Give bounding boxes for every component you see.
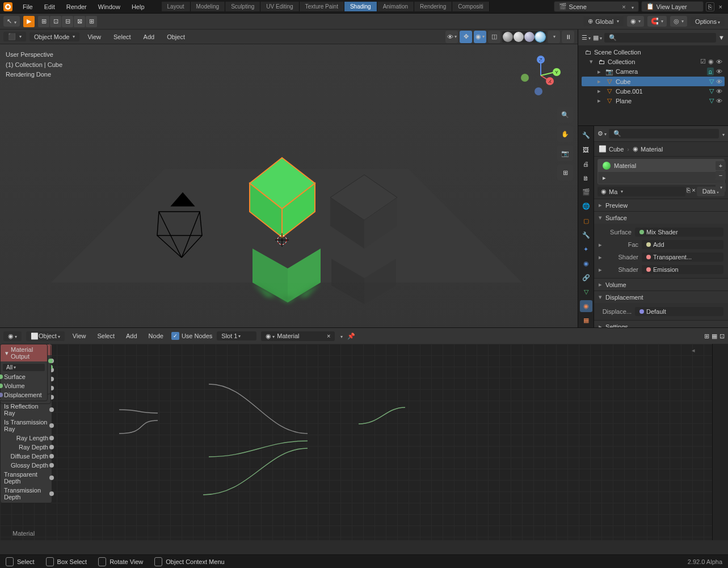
shader-dropdown[interactable]: Mix Shader xyxy=(635,228,723,237)
node-sidebar-collapsed[interactable] xyxy=(712,344,728,540)
menu-edit[interactable]: Edit xyxy=(39,3,61,10)
wireframe-shading-button[interactable] xyxy=(503,32,513,42)
vp-menu-select[interactable]: Select xyxy=(109,33,136,40)
tree-collection[interactable]: ▾ 🗀 Collection ☑◉👁 xyxy=(582,57,725,66)
mode-dropdown[interactable]: Object Mode xyxy=(30,32,79,41)
slot-dropdown[interactable]: Slot 1 xyxy=(217,331,256,340)
eye-icon[interactable]: 👁 xyxy=(716,68,722,75)
expand-icon[interactable]: ▸ xyxy=(597,97,603,104)
node-menu-add[interactable]: Add xyxy=(123,333,141,339)
scene-field[interactable]: 🎬Scene× xyxy=(554,1,639,12)
node-backdrop-button[interactable]: ⊡ xyxy=(719,333,725,340)
chevron-down-icon[interactable] xyxy=(630,3,634,10)
pause-render-button[interactable]: ⏸ xyxy=(562,31,574,43)
prop-tab-output[interactable]: 🖨 xyxy=(580,158,592,170)
viewlayer-field[interactable]: 📋View Layer xyxy=(641,1,704,12)
material-unlink-button[interactable]: × xyxy=(692,187,695,196)
editor-type-dropdown[interactable]: ⬛ xyxy=(3,32,26,41)
tree-item-cube[interactable]: ▸ ▽ Cube ▽👁 xyxy=(582,77,725,86)
shader1-dropdown[interactable]: Transparent... xyxy=(642,253,723,262)
collapse-right-icon[interactable]: ◂ xyxy=(692,347,695,354)
prop-tab-material[interactable]: ◉ xyxy=(580,300,592,312)
xray-button[interactable]: ◫ xyxy=(488,31,500,43)
prop-tab-data[interactable]: ▽ xyxy=(580,286,592,298)
node-canvas[interactable]: ▸ ◂ ▾Light Path Is Camera Ray Is Shadow … xyxy=(0,344,712,540)
node-menu-select[interactable]: Select xyxy=(94,333,118,339)
options-dropdown[interactable]: Options xyxy=(691,17,725,26)
rendered-shading-button[interactable] xyxy=(535,32,545,42)
prop-tab-tool[interactable]: 🔧 xyxy=(580,129,592,141)
menu-file[interactable]: File xyxy=(17,3,39,10)
ws-tab-texturepaint[interactable]: Texture Paint xyxy=(300,2,344,11)
ws-tab-animation[interactable]: Animation xyxy=(377,2,414,11)
prop-tab-constraints[interactable]: 🔗 xyxy=(580,272,592,284)
socket-out[interactable]: Transmission Depth xyxy=(1,486,52,502)
material-users-button[interactable]: ⎘ xyxy=(687,187,691,196)
pan-button[interactable]: ✋ xyxy=(557,126,573,142)
output-target-dropdown[interactable]: All xyxy=(3,364,45,371)
menu-window[interactable]: Window xyxy=(92,3,126,10)
nav-gizmo[interactable]: Z X Y xyxy=(521,56,561,95)
eye-icon[interactable]: 👁 xyxy=(716,58,722,65)
breadcrumb-material[interactable]: ◉Material xyxy=(633,145,663,153)
ws-tab-layout[interactable]: Layout xyxy=(162,2,191,11)
socket-out[interactable]: Glossy Depth xyxy=(1,461,52,470)
snap-button[interactable]: ⊞ xyxy=(38,16,49,27)
slot-specials-button[interactable] xyxy=(716,183,726,192)
zoom-button[interactable]: 🔍 xyxy=(557,107,573,123)
expand-icon[interactable]: ▸ xyxy=(597,87,603,95)
material-new-dropdown[interactable] xyxy=(339,333,343,339)
socket-out[interactable]: Ray Length xyxy=(1,434,52,443)
pivot-dropdown[interactable]: ◉ xyxy=(627,16,644,27)
socket-out[interactable]: Ray Depth xyxy=(1,443,52,452)
prop-tab-modifiers[interactable]: 🔧 xyxy=(580,229,592,241)
expand-icon[interactable]: ▸ xyxy=(599,254,602,261)
outliner-filter-button[interactable]: ▼ xyxy=(718,34,725,41)
outliner-display-dropdown[interactable]: ☰ xyxy=(582,34,591,41)
prop-tab-scene[interactable]: 🎬 xyxy=(580,186,592,198)
prop-tab-object[interactable]: ▢ xyxy=(580,214,592,226)
vp-menu-object[interactable]: Object xyxy=(162,33,190,40)
expand-icon[interactable]: ▸ xyxy=(603,174,606,182)
prop-tab-viewlayer[interactable]: 🗎 xyxy=(580,172,592,184)
matprev-shading-button[interactable] xyxy=(524,32,535,42)
close-icon[interactable]: × xyxy=(327,333,330,339)
shading-options-button[interactable] xyxy=(548,31,560,43)
cursor-tool-button[interactable]: ↖ xyxy=(3,16,20,27)
prop-tab-texture[interactable]: ▦ xyxy=(580,314,592,326)
prop-tab-particles[interactable]: ✦ xyxy=(580,243,592,255)
menu-render[interactable]: Render xyxy=(61,3,92,10)
node-overlay-button[interactable]: ▦ xyxy=(712,333,717,340)
view-object-types-button[interactable]: 👁 xyxy=(445,31,458,43)
expand-icon[interactable]: ▸ xyxy=(599,266,602,274)
ws-tab-shading[interactable]: Shading xyxy=(344,2,377,11)
socket-in[interactable]: Displacement xyxy=(1,390,47,399)
prop-tab-render[interactable]: 🖼 xyxy=(580,144,592,155)
section-header-volume[interactable]: ▸Volume xyxy=(594,279,728,291)
new-viewlayer-icon[interactable]: ⎘ xyxy=(706,2,714,11)
socket-out[interactable]: Transparent Depth xyxy=(1,470,52,486)
pin-button[interactable]: 📌 xyxy=(347,333,355,340)
expand-icon[interactable]: ▸ xyxy=(599,241,602,249)
section-header-surface[interactable]: ▾Surface xyxy=(594,212,728,224)
perspective-button[interactable]: ⊞ xyxy=(557,165,573,180)
node-menu-node[interactable]: Node xyxy=(145,333,167,339)
expand-icon[interactable]: ▾ xyxy=(590,58,595,65)
viewport-canvas[interactable]: User Perspective (1) Collection | Cube R… xyxy=(0,44,578,327)
outliner-filter-dropdown[interactable]: ▦ xyxy=(593,34,602,41)
eye-icon[interactable]: 👁 xyxy=(716,78,722,85)
remove-slot-button[interactable]: − xyxy=(716,171,726,180)
ws-tab-uvediting[interactable]: UV Editing xyxy=(260,2,299,11)
tree-scene-collection[interactable]: 🗀 Scene Collection xyxy=(582,48,725,57)
expand-icon[interactable]: ▸ xyxy=(597,68,603,75)
vp-menu-add[interactable]: Add xyxy=(139,33,159,40)
use-nodes-checkbox[interactable]: ✓Use Nodes xyxy=(171,332,212,340)
props-options[interactable] xyxy=(721,131,725,137)
section-header-preview[interactable]: ▸Preview xyxy=(594,199,728,211)
tree-item-camera[interactable]: ▸ 📷 Camera ⩍👁 xyxy=(582,66,725,77)
material-browse-dropdown[interactable]: ◉Ma xyxy=(597,187,685,196)
displacement-dropdown[interactable]: Default xyxy=(635,307,723,316)
node-material-field[interactable]: ◉Material× xyxy=(261,331,335,341)
snap-increment-button[interactable]: ⊞ xyxy=(86,16,97,27)
shader2-dropdown[interactable]: Emission xyxy=(642,265,723,274)
